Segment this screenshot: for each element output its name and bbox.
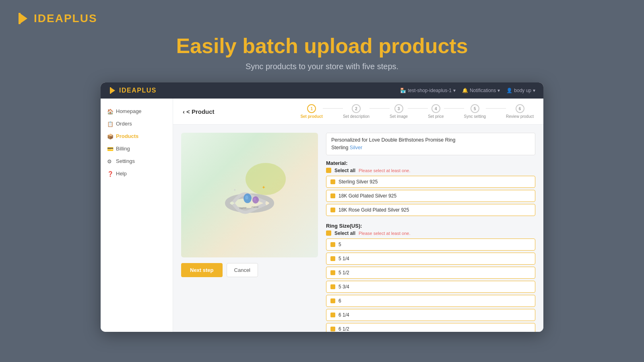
material-checkbox-2 [330,208,335,212]
material-label-1: 18K Gold Plated Silver 925 [339,193,396,199]
material-select-all-label: Select all [334,168,355,173]
step-4-circle: 4 [431,104,440,113]
product-title-line1: Personalized for Love Double Birthstones… [331,137,456,143]
ring-size-section: Ring Size(US): Select all Please select … [326,223,535,332]
settings-icon: ⚙ [107,158,113,164]
inner-logo-icon [109,86,117,95]
step-3: 3 Set image [390,104,408,119]
product-content: name name ✦ ✦ Next step Cancel [173,125,543,332]
step-line-4 [444,108,464,109]
material-label-0: Sterling Silver 925 [339,179,378,185]
step-2: 2 Set description [343,104,369,119]
sidebar-label-products: Products [116,133,138,139]
user-label: body up [514,88,531,93]
ring-size-label-1: 5 1/4 [339,256,349,261]
app-body: 🏠 Homepage 📋 Orders 📦 Products 💳 Billing… [101,99,543,332]
store-icon: 🏪 [400,88,406,93]
step-1: 1 Set product [300,104,323,119]
ring-size-checkbox-0 [330,242,335,247]
step-2-label: Set description [343,114,369,119]
ring-size-label-6: 6 1/2 [339,326,349,332]
next-step-button[interactable]: Next step [181,263,223,277]
step-1-label: Set product [300,114,323,119]
products-icon: 📦 [107,134,113,139]
ring-size-option-2[interactable]: 5 1/2 [326,267,535,279]
product-title-normal: Sterling [331,145,350,150]
outer-logo: IDEAPLUS [16,11,97,26]
ring-size-label-5: 6 1/4 [339,312,349,318]
step-6: 6 Review product [506,104,534,119]
bell-icon: 🔔 [462,88,468,93]
step-3-label: Set image [390,114,408,119]
header-right: 🏪 test-shop-ideaplus-1 ▾ 🔔 Notifications… [400,88,535,93]
product-buttons: Next step Cancel [181,263,318,277]
svg-rect-3 [110,87,111,94]
ring-size-checkbox-6 [330,327,335,331]
sidebar: 🏠 Homepage 📋 Orders 📦 Products 💳 Billing… [101,99,173,332]
product-right: Personalized for Love Double Birthstones… [326,133,535,332]
sidebar-item-homepage[interactable]: 🏠 Homepage [101,105,173,117]
sidebar-label-settings: Settings [116,158,135,164]
product-image: name name ✦ ✦ [181,133,318,257]
svg-rect-1 [19,13,21,24]
sidebar-item-help[interactable]: ❓ Help [101,167,173,180]
app-header: IDEAPLUS 🏪 test-shop-ideaplus-1 ▾ 🔔 Noti… [101,82,543,99]
step-line-1 [323,108,343,109]
ring-size-label-0: 5 [339,242,341,247]
ring-size-checkbox-3 [330,284,335,289]
step-4: 4 Set price [428,104,444,119]
stepper: 1 Set product 2 Set description [300,104,534,119]
ring-size-label-4: 6 [339,298,341,304]
step-3-circle: 3 [394,104,403,113]
back-arrow: ‹ [183,108,185,115]
store-chevron: ▾ [453,88,456,93]
material-title: Material: [326,160,535,166]
store-selector[interactable]: 🏪 test-shop-ideaplus-1 ▾ [400,88,456,93]
sidebar-item-settings[interactable]: ⚙ Settings [101,155,173,167]
sidebar-item-products[interactable]: 📦 Products [101,130,173,142]
step-6-circle: 6 [516,104,524,113]
step-5: 5 Sync setting [464,104,486,119]
user-menu[interactable]: 👤 body up ▾ [506,88,535,93]
ring-size-please-select: Please select at least one. [359,231,410,236]
ring-size-checkbox-1 [330,256,335,261]
hero-subtitle: Sync products to your store with five st… [0,62,644,71]
svg-point-9 [254,198,256,201]
product-title-box: Personalized for Love Double Birthstones… [326,133,535,155]
svg-text:✦: ✦ [233,188,236,192]
back-label: < Product [186,108,215,115]
ring-size-option-1[interactable]: 5 1/4 [326,253,535,265]
svg-text:✦: ✦ [262,185,266,190]
ring-size-option-4[interactable]: 6 [326,295,535,307]
svg-text:name: name [252,206,259,208]
orders-icon: 📋 [107,121,113,127]
ring-size-label-2: 5 1/2 [339,270,349,276]
material-section: Material: Select all Please select at le… [326,160,535,218]
ring-size-option-3[interactable]: 5 3/4 [326,281,535,293]
product-header: ‹ < Product 1 Set product [173,99,543,125]
billing-icon: 💳 [107,146,113,152]
product-left: name name ✦ ✦ Next step Cancel [181,133,318,332]
ring-size-option-5[interactable]: 6 1/4 [326,309,535,321]
notifications-button[interactable]: 🔔 Notifications ▾ [462,88,500,93]
ring-size-option-6[interactable]: 6 1/2 [326,323,535,332]
material-checkbox-1 [330,193,335,198]
ring-size-checkbox-5 [330,313,335,317]
sidebar-item-orders[interactable]: 📋 Orders [101,117,173,130]
ring-svg: name name ✦ ✦ [209,155,290,235]
inner-logo: IDEAPLUS [109,86,157,95]
svg-point-4 [246,163,286,195]
cancel-button[interactable]: Cancel [227,263,258,277]
sidebar-item-billing[interactable]: 💳 Billing [101,142,173,155]
material-option-1[interactable]: 18K Gold Plated Silver 925 [326,190,535,202]
back-button[interactable]: ‹ < Product [183,108,215,115]
ring-size-label-3: 5 3/4 [339,284,349,290]
material-option-0[interactable]: Sterling Silver 925 [326,176,535,188]
material-option-2[interactable]: 18K Rose Gold Plated Silver 925 [326,204,535,216]
step-line-5 [486,108,506,109]
ring-size-select-all-checkbox[interactable] [326,230,331,236]
ring-size-option-0[interactable]: 5 [326,239,535,251]
main-content: ‹ < Product 1 Set product [173,99,543,332]
sidebar-label-orders: Orders [116,121,132,127]
material-select-all-checkbox[interactable] [326,168,331,173]
